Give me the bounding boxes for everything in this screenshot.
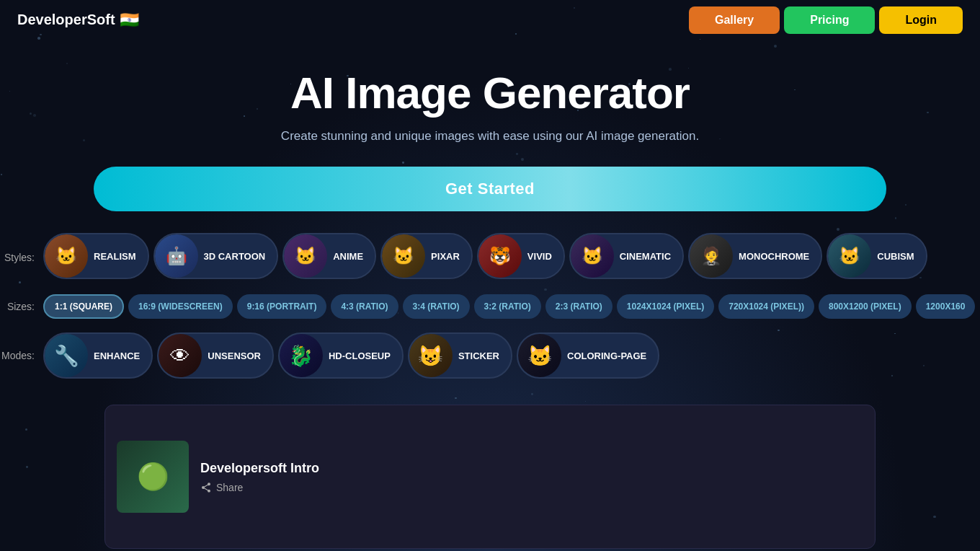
size-badge-6[interactable]: 2:3 (RATIO) <box>545 294 612 319</box>
style-item-cubism[interactable]: 🐱CUBISM <box>827 233 927 279</box>
style-label-vivid: VIVID <box>522 234 564 278</box>
style-image-anime: 🐱 <box>284 234 327 278</box>
size-items-list: 1:1 (SQUARE)16:9 (WIDESCREEN)9:16 (PORTR… <box>43 294 975 319</box>
mode-label-hd-closeup: HD-CLOSEUP <box>323 351 402 361</box>
style-image-cinematic: 🐱 <box>571 234 614 278</box>
mode-item-hd-closeup[interactable]: 🐉HD-CLOSEUP <box>278 332 404 379</box>
video-title: Developersoft Intro <box>200 461 863 476</box>
brand-logo[interactable]: DeveloperSoft 🇮🇳 <box>17 11 139 30</box>
share-label: Share <box>216 482 243 493</box>
mode-image-hd-closeup: 🐉 <box>280 334 323 377</box>
mode-label-sticker: STICKER <box>453 351 511 361</box>
styles-row: Styles: 🐱REALISM🤖3D CARTOON🐱ANIME🐱PIXAR🐯… <box>0 226 980 285</box>
size-badge-1[interactable]: 16:9 (WIDESCREEN) <box>128 294 233 319</box>
pricing-button[interactable]: Pricing <box>784 6 875 34</box>
sizes-row: Sizes: 1:1 (SQUARE)16:9 (WIDESCREEN)9:16… <box>0 290 980 323</box>
style-item-3d-cartoon[interactable]: 🤖3D CARTOON <box>153 233 279 279</box>
mode-image-unsensor: 👁 <box>159 334 202 377</box>
style-label-realism: REALISM <box>88 234 148 278</box>
size-badge-3[interactable]: 4:3 (RATIO) <box>331 294 398 319</box>
style-item-vivid[interactable]: 🐯VIVID <box>477 233 565 279</box>
styles-label: Styles: <box>0 252 43 263</box>
style-item-anime[interactable]: 🐱ANIME <box>282 233 376 279</box>
get-started-button[interactable]: Get Started <box>94 167 886 211</box>
video-channel-icon: 🟢 <box>137 462 169 492</box>
mode-image-sticker: 😺 <box>409 334 453 377</box>
style-label-3d-cartoon: 3D CARTOON <box>198 234 277 278</box>
mode-label-enhance: ENHANCE <box>88 351 151 361</box>
style-image-monochrome: 🤵 <box>690 234 733 278</box>
size-badge-0[interactable]: 1:1 (SQUARE) <box>43 294 124 319</box>
size-badge-7[interactable]: 1024X1024 (PIXEL) <box>617 294 714 319</box>
style-label-cubism: CUBISM <box>871 234 925 278</box>
share-icon <box>200 482 212 493</box>
style-image-pixar: 🐱 <box>382 234 425 278</box>
style-items-list: 🐱REALISM🤖3D CARTOON🐱ANIME🐱PIXAR🐯VIVID🐱CI… <box>43 233 927 282</box>
navbar: DeveloperSoft 🇮🇳 Gallery Pricing Login <box>0 0 980 40</box>
hero-subtitle: Create stunning and unique images with e… <box>14 129 966 144</box>
style-label-anime: ANIME <box>327 234 375 278</box>
style-image-3d-cartoon: 🤖 <box>155 234 198 278</box>
modes-row: Modes: 🔧ENHANCE👁UNSENSOR🐉HD-CLOSEUP😺STIC… <box>0 328 980 383</box>
nav-buttons: Gallery Pricing Login <box>685 6 963 34</box>
video-thumbnail: 🟢 <box>117 441 189 513</box>
mode-label-unsensor: UNSENSOR <box>202 351 272 361</box>
video-container[interactable]: 🟢 Developersoft Intro Share <box>104 405 876 549</box>
video-section: 🟢 Developersoft Intro Share <box>0 383 980 551</box>
mode-items-list: 🔧ENHANCE👁UNSENSOR🐉HD-CLOSEUP😺STICKER🐱COL… <box>43 332 659 379</box>
size-badge-10[interactable]: 1200X160 <box>916 294 976 319</box>
mode-item-unsensor[interactable]: 👁UNSENSOR <box>157 332 274 379</box>
mode-item-sticker[interactable]: 😺STICKER <box>408 332 512 379</box>
style-label-pixar: PIXAR <box>425 234 471 278</box>
login-button[interactable]: Login <box>879 6 963 34</box>
style-item-pixar[interactable]: 🐱PIXAR <box>380 233 473 279</box>
mode-image-enhance: 🔧 <box>45 334 88 377</box>
size-badge-8[interactable]: 720X1024 (PIXEL)) <box>718 294 814 319</box>
logo-flag: 🇮🇳 <box>120 11 139 30</box>
style-label-cinematic: CINEMATIC <box>614 234 682 278</box>
size-badge-5[interactable]: 3:2 (RATIO) <box>474 294 541 319</box>
gallery-button[interactable]: Gallery <box>689 6 780 34</box>
modes-label: Modes: <box>0 350 43 361</box>
sizes-label: Sizes: <box>0 301 43 312</box>
mode-image-coloring-page: 🐱 <box>518 334 561 377</box>
size-badge-4[interactable]: 3:4 (RATIO) <box>403 294 470 319</box>
video-info: Developersoft Intro Share <box>200 461 863 493</box>
style-item-realism[interactable]: 🐱REALISM <box>43 233 149 279</box>
mode-label-coloring-page: COLORING-PAGE <box>561 351 658 361</box>
mode-item-coloring-page[interactable]: 🐱COLORING-PAGE <box>517 332 659 379</box>
size-badge-2[interactable]: 9:16 (PORTRAIT) <box>237 294 327 319</box>
style-image-realism: 🐱 <box>45 234 88 278</box>
style-label-monochrome: MONOCHROME <box>733 234 821 278</box>
hero-section: AI Image Generator Create stunning and u… <box>0 40 980 226</box>
style-item-monochrome[interactable]: 🤵MONOCHROME <box>688 233 822 279</box>
style-item-cinematic[interactable]: 🐱CINEMATIC <box>569 233 684 279</box>
size-badge-9[interactable]: 800X1200 (PIXEL) <box>819 294 912 319</box>
style-image-vivid: 🐯 <box>478 234 522 278</box>
style-image-cubism: 🐱 <box>828 234 871 278</box>
logo-text: DeveloperSoft <box>17 12 115 28</box>
hero-title: AI Image Generator <box>14 69 966 118</box>
video-share[interactable]: Share <box>200 482 863 493</box>
mode-item-enhance[interactable]: 🔧ENHANCE <box>43 332 153 379</box>
